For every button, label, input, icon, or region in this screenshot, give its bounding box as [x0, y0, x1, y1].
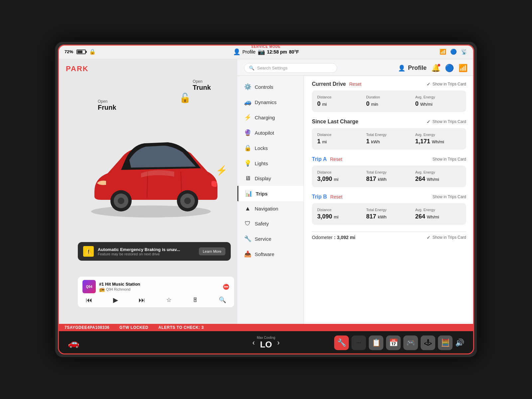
trip-b-total-energy-label: Total Energy — [366, 208, 412, 212]
trip-a-total-energy-value: 817 kWh — [366, 176, 412, 183]
trip-a-reset-button[interactable]: Reset — [330, 157, 342, 162]
safety-label: Safety — [255, 221, 269, 226]
favorite-button[interactable]: ☆ — [166, 296, 172, 304]
navigation-label: Navigation — [255, 206, 278, 211]
controls-label: Controls — [255, 84, 273, 90]
car-image — [71, 86, 231, 257]
sidebar-item-software[interactable]: 📥 Software — [237, 246, 304, 262]
sidebar-item-charging[interactable]: ⚡ Charging — [237, 110, 304, 125]
current-drive-avg-energy: Avg. Energy 0 Wh/mi — [415, 95, 461, 107]
trip-a-distance-value: 3,090 mi — [317, 176, 363, 183]
app-icon-dots[interactable]: ··· — [351, 335, 366, 350]
trip-a-avg-energy: Avg. Energy 264 Wh/mi — [415, 170, 461, 183]
trip-b-distance-value: 3,090 mi — [317, 213, 363, 220]
current-drive-distance-value: 0 mi — [317, 100, 363, 107]
temp-increase-button[interactable]: › — [277, 338, 280, 347]
sidebar-item-lights[interactable]: 💡 Lights — [237, 156, 304, 171]
current-drive-show-trips[interactable]: ✓ Show in Trips Card — [427, 81, 466, 87]
taskbar-car-icon[interactable]: 🚗 — [68, 337, 79, 348]
temp-label: Max Cooling — [257, 336, 275, 339]
temp-decrease-button[interactable]: ‹ — [252, 338, 255, 347]
car-svg — [74, 125, 227, 218]
trip-b-show-trips[interactable]: Show in Trips Card — [433, 195, 466, 199]
alert-icon: ⚠️ — [83, 246, 94, 257]
signal-icon: 📡 — [461, 49, 467, 55]
since-last-charge-show-trips-label: Show in Trips Card — [433, 119, 466, 124]
profile-label-top[interactable]: Profile — [242, 49, 256, 55]
trunk-open-label: Open — [193, 79, 211, 84]
since-last-charge-header: Since Last Charge ✓ Show in Trips Card — [312, 119, 466, 125]
app-icon-wrench[interactable]: 🔧 — [334, 335, 349, 350]
status-bar-left: 72% 🔒 — [65, 49, 96, 55]
sidebar-item-display[interactable]: 🖥 Display — [237, 171, 304, 186]
trip-b-total-energy: Total Energy 817 kWh — [366, 208, 412, 220]
prev-track-button[interactable]: ⏮ — [86, 296, 92, 304]
trips-content: Current Drive Reset ✓ Show in Trips Card — [304, 76, 474, 324]
sidebar-item-autopilot[interactable]: 🔮 Autopilot — [237, 125, 304, 140]
slc-distance-value: 1 mi — [317, 138, 363, 145]
trip-a-show-trips[interactable]: Show in Trips Card — [433, 157, 466, 162]
slc-distance-label: Distance — [317, 133, 363, 137]
trip-b-reset-button[interactable]: Reset — [330, 194, 342, 200]
search-icon: 🔍 — [249, 66, 254, 70]
status-bar-right: 📶 🔵 📡 — [440, 49, 467, 55]
trip-a-distance-label: Distance — [317, 170, 363, 174]
current-drive-title-row: Current Drive Reset — [312, 81, 361, 87]
current-drive-reset-button[interactable]: Reset — [349, 81, 361, 87]
trips-label: Trips — [256, 191, 268, 197]
profile-icon-top: 👤 — [233, 48, 240, 56]
since-last-charge-show-trips[interactable]: ✓ Show in Trips Card — [427, 119, 466, 124]
trip-b-total-energy-value: 817 kWh — [366, 213, 412, 220]
trip-a-title-row: Trip A Reset — [312, 156, 342, 162]
trip-a-total-energy-label: Total Energy — [366, 170, 412, 174]
temp-control: Max Cooling LO — [257, 336, 275, 350]
notification-icon[interactable]: 🔔 — [431, 64, 440, 72]
since-last-charge-title-row: Since Last Charge — [312, 119, 358, 125]
sidebar-item-service[interactable]: 🔧 Service — [237, 231, 304, 246]
taskbar-left: 🚗 — [68, 337, 79, 348]
sidebar-item-locks[interactable]: 🔒 Locks — [237, 140, 304, 156]
current-drive-duration-value: 0 min — [366, 100, 412, 107]
service-label: Service — [255, 236, 271, 242]
next-track-button[interactable]: ⏭ — [139, 296, 145, 304]
app-icon-calculator[interactable]: 🧮 — [438, 335, 453, 350]
locks-icon: 🔒 — [244, 144, 251, 152]
app-icon-calendar[interactable]: 📅 — [386, 335, 401, 350]
sidebar-item-trips[interactable]: 📊 Trips — [237, 186, 304, 201]
trip-b-show-trips-label: Show in Trips Card — [433, 195, 466, 199]
app-icon-notes[interactable]: 📋 — [369, 335, 383, 350]
learn-more-button[interactable]: Learn More — [199, 247, 225, 255]
alert-text-container: Automatic Emergency Braking is unav... F… — [98, 247, 180, 256]
music-radio-name: 📻 Q94 Richmond — [99, 287, 219, 292]
taskbar-apps: 🔧 ··· 📋 📅 🎮 🕹 🧮 🔊 — [334, 335, 464, 350]
volume-icon[interactable]: 🔊 — [455, 338, 464, 347]
current-drive-card: Distance 0 mi Duration 0 — [312, 90, 466, 112]
app-icon-games[interactable]: 🎮 — [403, 335, 418, 350]
sidebar-item-navigation[interactable]: ▲ Navigation — [237, 201, 304, 216]
trip-a-section: Trip A Reset Show in Trips Card Distance — [312, 156, 466, 187]
app-icon-joystick[interactable]: 🕹 — [421, 335, 435, 350]
slc-avg-energy-label: Avg. Energy — [415, 133, 461, 137]
search-music-button[interactable]: 🔍 — [219, 296, 226, 304]
trip-b-card: Distance 3,090 mi Total Energy — [312, 203, 466, 225]
sidebar-item-controls[interactable]: ⚙️ Controls — [237, 79, 304, 94]
play-button[interactable]: ▶ — [113, 296, 118, 304]
odometer-show-trips[interactable]: ✓ Show in Trips Card — [427, 235, 466, 240]
trip-b-header: Trip B Reset Show in Trips Card — [312, 194, 466, 200]
since-last-charge-card: Distance 1 mi Total Energy 1 — [312, 128, 466, 150]
alert-subtitle: Feature may be restored on next drive — [98, 252, 180, 256]
lock-icon: 🔒 — [89, 49, 96, 55]
search-bar[interactable]: 🔍 Search Settings — [244, 63, 337, 73]
bluetooth-header-icon: 🔵 — [445, 64, 454, 72]
service-mode-top-label: SERVICE MODE — [251, 45, 281, 49]
navigation-icon: ▲ — [244, 205, 251, 212]
autopilot-icon: 🔮 — [244, 129, 251, 136]
status-bar: 72% 🔒 SERVICE MODE 👤 Profile 📷 12:58 pm … — [58, 45, 474, 59]
trip-b-title: Trip B — [312, 194, 327, 200]
current-drive-header: Current Drive Reset ✓ Show in Trips Card — [312, 81, 466, 87]
eq-button[interactable]: 🎚 — [192, 297, 198, 304]
trip-a-total-energy: Total Energy 817 kWh — [366, 170, 412, 183]
sidebar-item-safety[interactable]: 🛡 Safety — [237, 216, 304, 231]
trip-a-show-trips-label: Show in Trips Card — [433, 157, 466, 162]
sidebar-item-dynamics[interactable]: 🚙 Dynamics — [237, 94, 304, 110]
